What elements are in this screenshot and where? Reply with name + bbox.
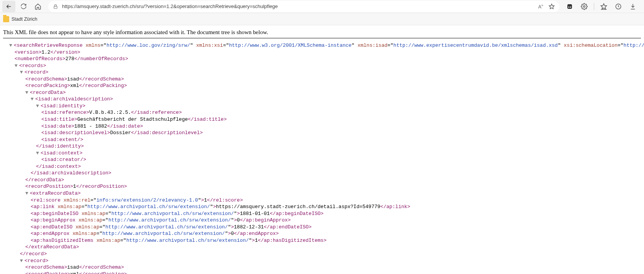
attr-val: http://www.archivportal.ch/srw/extension…	[108, 217, 231, 223]
xml-text: xml	[70, 271, 79, 274]
attr-val: http://www.w3.org/2001/XMLSchema-instanc…	[229, 43, 352, 48]
toggle-icon[interactable]: ▼	[36, 150, 41, 157]
toggle-icon[interactable]: ▼	[20, 69, 25, 76]
svg-rect-2	[567, 4, 572, 9]
xml-text: V.B.b.43.:2.5.	[89, 110, 131, 115]
xml-text: 0	[231, 231, 234, 236]
refresh-button[interactable]	[17, 1, 30, 12]
lock-icon	[53, 4, 58, 9]
history-icon[interactable]	[612, 1, 625, 12]
xml-text: https://amsquery.stadt-zuerich.ch/detail…	[216, 204, 380, 210]
xml-text: isad	[67, 76, 79, 82]
page-content: This XML file does not appear to have an…	[0, 25, 644, 274]
xml-text: 1	[255, 238, 258, 243]
xml-text: isad	[67, 264, 79, 270]
read-aloud-icon[interactable]: A»	[537, 3, 545, 10]
xml-tree: ▼<searchRetrieveResponse xmlns="http://w…	[3, 42, 641, 274]
bookmark-stadt-zuerich[interactable]: Stadt Zürich	[3, 16, 37, 22]
attr-val: http://www.archivportal.ch/srw/extension…	[111, 211, 234, 217]
xml-notice: This XML file does not appear to have an…	[3, 28, 641, 38]
svg-marker-1	[549, 4, 554, 9]
toggle-icon[interactable]: ▼	[25, 190, 30, 197]
xml-text: 278	[66, 56, 74, 62]
xml-text: 1.2	[41, 49, 50, 55]
xml-text: 1882-12-31	[234, 224, 264, 230]
xml-text: 1	[73, 184, 76, 189]
xml-text: Geschäftsbericht der Stadtschulpflege	[77, 116, 188, 122]
home-button[interactable]	[31, 1, 44, 12]
xml-text: 0	[237, 217, 240, 223]
toggle-icon[interactable]: ▼	[36, 103, 41, 110]
svg-rect-0	[54, 6, 57, 8]
svg-point-4	[570, 7, 571, 8]
svg-point-3	[568, 7, 569, 8]
settings-gear-icon[interactable]	[578, 1, 591, 12]
xml-text: 1881-01-01	[240, 211, 270, 217]
url-text: https://amsquery.stadt-zuerich.ch/sru/?v…	[62, 3, 533, 9]
divider	[3, 38, 641, 38]
toggle-icon[interactable]: ▼	[20, 258, 25, 264]
toolbar-right-icons	[563, 1, 642, 12]
attr-val: http://www.loc.gov/zing/srw/	[107, 43, 190, 48]
attr-val: http://www.archivportal.ch/srw/extension…	[87, 204, 210, 210]
attr-val: http://www.archivportal.ch/srw/extension…	[105, 224, 228, 230]
attr-val: http://www.expertisecentrumdavid.be/xmls…	[393, 43, 558, 48]
xml-text: 1881 - 1882	[74, 123, 107, 129]
favorites-icon[interactable]	[597, 1, 610, 12]
download-icon[interactable]	[626, 1, 639, 12]
address-bar[interactable]: https://amsquery.stadt-zuerich.ch/sru/?v…	[48, 1, 559, 12]
svg-marker-6	[601, 3, 607, 9]
favorite-star-icon[interactable]	[549, 3, 555, 10]
toggle-icon[interactable]: ▼	[9, 42, 14, 49]
toggle-icon[interactable]: ▼	[25, 89, 30, 96]
attr-val: http://www.archivportal.ch/srw/extension…	[102, 231, 225, 236]
browser-toolbar: https://amsquery.stadt-zuerich.ch/sru/?v…	[0, 0, 644, 13]
xml-text: xml	[70, 83, 79, 89]
attr-val: http://www.archivportal.ch/srw/extension…	[126, 238, 249, 243]
attr-val: http://www.loc.gov/zing/srw/ http://www.…	[624, 43, 644, 48]
xml-text: Dossier	[110, 130, 131, 136]
bookmark-label: Stadt Zürich	[11, 16, 37, 22]
back-button[interactable]	[2, 1, 15, 12]
toggle-icon[interactable]: ▼	[31, 96, 35, 103]
separator	[594, 3, 594, 10]
svg-point-5	[583, 5, 585, 7]
toggle-icon[interactable]: ▼	[15, 62, 19, 69]
folder-icon	[3, 16, 9, 22]
extension-icon[interactable]	[563, 1, 576, 12]
attr-val: info:srw/extension/2/relevancy-1.0	[97, 197, 198, 203]
bookmarks-bar: Stadt Zürich	[0, 13, 644, 25]
